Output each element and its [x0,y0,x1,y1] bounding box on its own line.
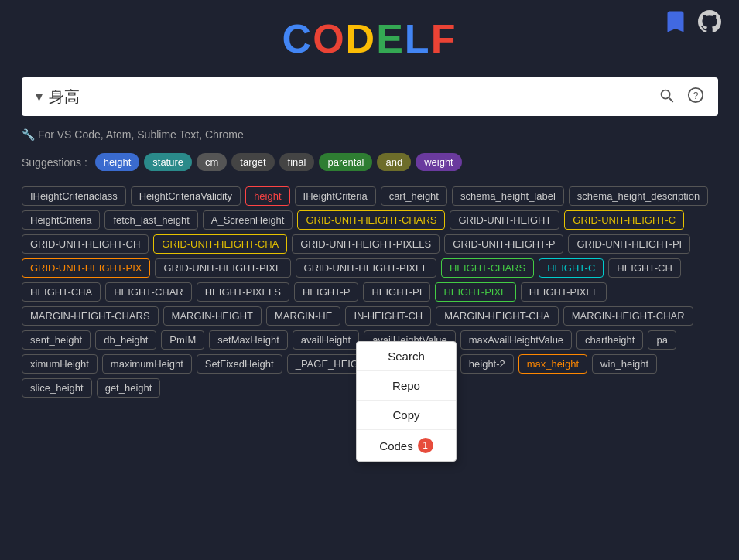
result-tag[interactable]: HEIGHT-C [539,258,604,278]
search-bar-wrap: ▾ ? [0,70,739,124]
result-tag[interactable]: MARGIN-HEIGHT-CHARS [22,306,159,326]
result-tag[interactable]: chartheight [576,330,643,350]
result-tag[interactable]: fetch_last_height [104,210,197,230]
result-tag[interactable]: ximumHeight [22,354,98,374]
result-tag[interactable]: db_height [95,330,156,350]
result-tag[interactable]: height-2 [460,354,514,374]
tag-cm[interactable]: cm [197,153,227,171]
result-tag[interactable]: MARGIN-HEIGHT-CHA [436,306,559,326]
result-tag[interactable]: GRID-UNIT-HEIGHT [450,210,559,230]
top-icons [662,8,724,36]
tag-stature[interactable]: stature [144,153,192,171]
search-icon-button[interactable] [652,87,681,108]
help-button[interactable]: ? [681,87,710,108]
result-tag[interactable]: MARGIN-HEIGHT [163,306,262,326]
codes-badge: 1 [418,438,433,453]
result-tag[interactable]: HEIGHT-CH [608,258,681,278]
bookmark-icon[interactable] [662,8,689,36]
tag-parental[interactable]: parental [319,153,372,171]
result-tag[interactable]: max_height [518,354,587,374]
logo-d: D [346,16,377,61]
result-tag[interactable]: GRID-UNIT-HEIGHT-PIXEL [296,258,436,278]
header: CODELF [0,0,739,70]
result-tag[interactable]: availHeight [293,330,359,350]
result-tag[interactable]: HeightCriteriaValidity [131,186,241,206]
result-tag[interactable]: GRID-UNIT-HEIGHT-P [444,234,563,254]
result-tag[interactable]: maximumHeight [102,354,192,374]
logo-e: E [376,16,405,61]
tag-and[interactable]: and [377,153,411,171]
result-tag[interactable]: setMaxHeight [209,330,287,350]
result-tag[interactable]: MARGIN-HE [266,306,340,326]
result-tag[interactable]: MARGIN-HEIGHT-CHAR [563,306,693,326]
results-wrap: IHeightCriteriaclass HeightCriteriaValid… [0,179,739,405]
result-tag[interactable]: GRID-UNIT-HEIGHT-PIXE [155,258,290,278]
logo-c: C [282,16,313,61]
search-bar: ▾ ? [22,77,718,116]
logo: CODELF [282,15,457,62]
tag-weight[interactable]: weight [416,153,462,171]
result-tag[interactable]: IN-HEIGHT-CH [345,306,431,326]
tag-height[interactable]: height [95,153,139,171]
result-tag[interactable]: IHeightCriteriaclass [22,186,126,206]
result-tag[interactable]: sent_height [22,330,91,350]
svg-text:?: ? [693,90,698,101]
result-tag[interactable]: GRID-UNIT-HEIGHT-CH [22,234,149,254]
logo-o: O [313,16,345,61]
result-tag[interactable]: GRID-UNIT-HEIGHT-CHARS [297,210,445,230]
result-tag[interactable]: HEIGHT-PIXE [435,282,515,302]
result-tag[interactable]: GRID-UNIT-HEIGHT-PI [568,234,690,254]
result-tag[interactable]: HEIGHT-CHAR [105,282,192,302]
app-container: CODELF ▾ ? [0,0,739,405]
search-input[interactable] [49,88,652,106]
result-tag[interactable]: schema_height_label [452,186,564,206]
result-tag[interactable]: HEIGHT-P [294,282,358,302]
context-menu-search[interactable]: Search [357,342,456,371]
result-tag[interactable]: GRID-UNIT-HEIGHT-PIX [22,258,150,278]
result-tag[interactable]: maxAvailHeightValue [460,330,572,350]
result-tag[interactable]: GRID-UNIT-HEIGHT-CHA [153,234,287,254]
suggestions-label: Suggestions : [22,156,87,169]
context-menu-repo[interactable]: Repo [357,371,456,401]
result-tag[interactable]: GRID-UNIT-HEIGHT-PIXELS [292,234,440,254]
result-tag[interactable]: HEIGHT-PIXELS [197,282,289,302]
result-tag[interactable]: cart_height [381,186,447,206]
result-tag[interactable]: win_height [592,354,657,374]
result-tag[interactable]: height [245,186,289,206]
github-icon[interactable] [696,8,724,36]
result-tag[interactable]: slice_height [22,378,92,398]
result-tag[interactable]: SetFixedHeight [197,354,282,374]
result-tag[interactable]: HEIGHT-PI [363,282,430,302]
subtitle-text: For VS Code, Atom, Sublime Text, Chrome [38,128,244,141]
result-tag[interactable]: HEIGHT-PIXEL [521,282,607,302]
result-tag[interactable]: schema_height_description [569,186,708,206]
result-tag[interactable]: A_ScreenHeight [203,210,293,230]
context-menu-codes[interactable]: Codes 1 [357,430,456,461]
result-tag[interactable]: HEIGHT-CHA [22,282,101,302]
result-tag[interactable]: GRID-UNIT-HEIGHT-C [564,210,684,230]
search-dropdown-button[interactable]: ▾ [29,88,49,105]
logo-l: L [405,16,431,61]
result-tag[interactable]: HeightCriteria [22,210,100,230]
suggestions-wrap: Suggestions : height stature cm target f… [0,145,739,179]
result-tag[interactable]: get_height [97,378,161,398]
tag-target[interactable]: target [231,153,274,171]
subtitle: 🔧 For VS Code, Atom, Sublime Text, Chrom… [0,124,739,145]
tag-final[interactable]: final [279,153,315,171]
logo-f: F [431,16,457,61]
result-tag[interactable]: IHeightCriteria [295,186,376,206]
context-menu: Search Repo Copy Codes 1 [356,341,457,462]
result-tag[interactable]: PmIM [161,330,204,350]
wrench-icon: 🔧 [22,128,35,141]
result-tag[interactable]: pa [648,330,676,350]
context-menu-copy[interactable]: Copy [357,401,456,430]
result-tag[interactable]: HEIGHT-CHARS [441,258,534,278]
